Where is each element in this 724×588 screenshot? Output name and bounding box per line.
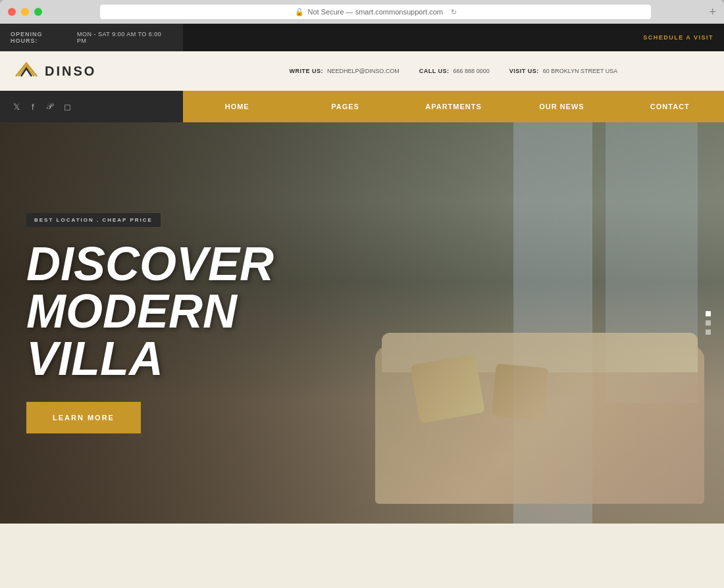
call-us: CALL US: 666 888 0000 — [419, 68, 490, 74]
header: DINSO WRITE US: NEEDHELP@DINSO.COM CALL … — [0, 51, 724, 91]
contact-bar: WRITE US: NEEDHELP@DINSO.COM CALL US: 66… — [183, 68, 724, 74]
opening-hours-label: OPENING HOURS: — [11, 31, 72, 44]
minimize-button[interactable] — [21, 8, 29, 16]
hero-title-line1: DISCOVER — [26, 237, 274, 290]
top-bar-right: SCHEDULE A VISIT — [183, 34, 713, 41]
new-tab-button[interactable]: + — [709, 5, 716, 19]
nav-contact[interactable]: CONTACT — [616, 91, 724, 122]
refresh-icon[interactable]: ↻ — [451, 8, 457, 16]
footer-strip — [0, 524, 724, 588]
twitter-icon[interactable]: 𝕏 — [13, 102, 20, 112]
logo-area: DINSO — [0, 51, 183, 91]
instagram-icon[interactable]: ◻ — [64, 102, 71, 112]
top-bar: OPENING HOURS: MON - SAT 9:00 AM TO 6:00… — [0, 24, 724, 51]
slide-dot-3[interactable] — [706, 330, 711, 335]
opening-hours-value: MON - SAT 9:00 AM TO 6:00 PM — [77, 31, 172, 44]
maximize-button[interactable] — [34, 8, 42, 16]
visit-us-label: VISIT US: — [509, 68, 539, 74]
close-button[interactable] — [8, 8, 16, 16]
write-us-value: NEEDHELP@DINSO.COM — [327, 68, 400, 74]
nav-home[interactable]: HOME — [183, 91, 291, 122]
hero-section: BEST LOCATION . CHEAP PRICE DISCOVER MOD… — [0, 122, 724, 524]
write-us: WRITE US: NEEDHELP@DINSO.COM — [290, 68, 400, 74]
slide-indicator — [706, 311, 711, 335]
sofa-silhouette — [375, 346, 704, 504]
url-bar[interactable]: 🔓 Not Secure — smart.commonsupport.com ↻ — [100, 5, 651, 19]
lock-icon: 🔓 — [295, 8, 304, 16]
nav-row: 𝕏 f 𝒫 ◻ HOME PAGES APARTMENTS OUR NEWS C… — [0, 91, 724, 122]
hero-title: DISCOVER MODERN VILLA — [26, 240, 336, 382]
slide-dot-2[interactable] — [706, 320, 711, 326]
nav-apartments[interactable]: APARTMENTS — [400, 91, 507, 122]
write-us-label: WRITE US: — [290, 68, 324, 74]
browser-window: 🔓 Not Secure — smart.commonsupport.com ↻… — [0, 0, 724, 588]
visit-us-value: 60 BROKLYN STREET USA — [543, 68, 618, 74]
call-us-value: 666 888 0000 — [453, 68, 490, 74]
schedule-visit-button[interactable]: SCHEDULE A VISIT — [643, 34, 713, 41]
nav-our-news[interactable]: OUR NEWS — [507, 91, 615, 122]
cushion-1 — [410, 354, 485, 424]
hero-title-line3: VILLA — [26, 332, 163, 385]
main-nav: HOME PAGES APARTMENTS OUR NEWS CONTACT — [183, 91, 724, 122]
hero-content: BEST LOCATION . CHEAP PRICE DISCOVER MOD… — [0, 122, 362, 524]
hero-title-line2: MODERN — [26, 285, 237, 337]
logo-icon — [13, 61, 39, 82]
facebook-icon[interactable]: f — [32, 102, 34, 112]
cushion-2 — [492, 364, 549, 421]
opening-hours-section: OPENING HOURS: MON - SAT 9:00 AM TO 6:00… — [0, 24, 183, 51]
browser-titlebar: 🔓 Not Secure — smart.commonsupport.com ↻… — [0, 0, 724, 24]
logo-text: DINSO — [45, 64, 96, 79]
website-content: OPENING HOURS: MON - SAT 9:00 AM TO 6:00… — [0, 24, 724, 588]
pinterest-icon[interactable]: 𝒫 — [46, 101, 52, 112]
nav-pages[interactable]: PAGES — [291, 91, 399, 122]
learn-more-button[interactable]: LEARN MORE — [26, 402, 141, 433]
visit-us: VISIT US: 60 BROKLYN STREET USA — [509, 68, 618, 74]
slide-dot-1[interactable] — [706, 311, 711, 316]
hero-badge: BEST LOCATION . CHEAP PRICE — [26, 213, 161, 227]
url-text: Not Secure — smart.commonsupport.com — [308, 8, 443, 16]
social-links: 𝕏 f 𝒫 ◻ — [0, 91, 183, 122]
call-us-label: CALL US: — [419, 68, 450, 74]
